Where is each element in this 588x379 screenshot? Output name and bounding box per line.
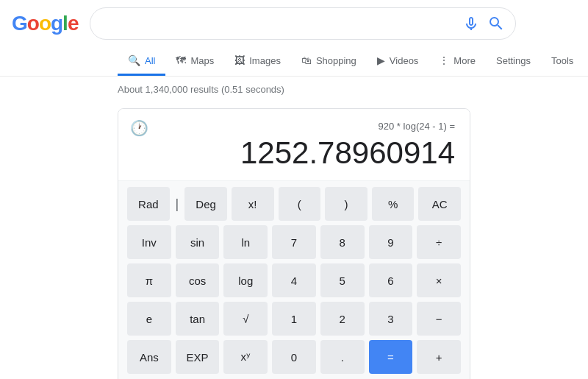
- cos-btn[interactable]: cos: [176, 263, 220, 297]
- factorial-btn[interactable]: x!: [232, 187, 274, 221]
- five-btn[interactable]: 5: [320, 263, 365, 297]
- more-icon: ⋮: [439, 54, 449, 66]
- exp-btn[interactable]: EXP: [176, 340, 220, 374]
- results-count: About 1,340,000 results (0.51 seconds): [118, 84, 284, 95]
- tab-maps[interactable]: 🗺 Maps: [165, 47, 224, 76]
- tab-more-label: More: [453, 55, 476, 66]
- close-paren-btn[interactable]: ): [325, 187, 368, 221]
- calc-display: 🕐 920 * log(24 - 1) = 1252.78960914: [118, 109, 470, 181]
- calc-buttons: Rad|Degx!()%ACInvsinln789÷πcoslog456×eta…: [118, 181, 470, 379]
- power-btn[interactable]: xʸ: [223, 340, 268, 374]
- clear-btn[interactable]: AC: [418, 187, 461, 221]
- mic-icon[interactable]: [462, 15, 480, 32]
- tab-all-label: All: [145, 55, 155, 66]
- tab-settings[interactable]: Settings: [486, 48, 541, 76]
- pi-btn[interactable]: π: [127, 263, 171, 297]
- three-btn[interactable]: 3: [369, 302, 413, 336]
- open-paren-btn[interactable]: (: [279, 187, 321, 221]
- tab-tools[interactable]: Tools: [541, 48, 584, 76]
- decimal-btn[interactable]: .: [320, 340, 365, 374]
- percent-btn[interactable]: %: [372, 187, 415, 221]
- sqrt-btn[interactable]: √: [223, 302, 268, 336]
- calc-result: 1252.78960914: [133, 135, 455, 171]
- videos-icon: ▶: [377, 54, 385, 66]
- all-icon: 🔍: [128, 54, 140, 66]
- tab-images[interactable]: 🖼 Images: [224, 47, 291, 76]
- tan-btn[interactable]: tan: [176, 302, 220, 336]
- tab-shopping-label: Shopping: [316, 55, 356, 66]
- calc-row-4: AnsEXPxʸ0.=+: [127, 340, 461, 374]
- tab-shopping[interactable]: 🛍 Shopping: [291, 47, 367, 76]
- plus-btn[interactable]: +: [417, 340, 461, 374]
- results-info: About 1,340,000 results (0.51 seconds): [0, 77, 588, 102]
- calculator: 🕐 920 * log(24 - 1) = 1252.78960914 Rad|…: [118, 108, 470, 379]
- tab-videos[interactable]: ▶ Videos: [367, 47, 429, 76]
- nav-tabs: 🔍 All 🗺 Maps 🖼 Images 🛍 Shopping ▶ Video…: [0, 47, 588, 77]
- tab-more[interactable]: ⋮ More: [429, 47, 486, 76]
- mode-separator: |: [174, 187, 181, 221]
- seven-btn[interactable]: 7: [272, 225, 316, 259]
- minus-btn[interactable]: −: [417, 302, 461, 336]
- google-logo[interactable]: Google: [12, 12, 78, 35]
- maps-icon: 🗺: [176, 54, 186, 66]
- tab-all[interactable]: 🔍 All: [118, 47, 165, 76]
- deg-btn[interactable]: Deg: [184, 187, 227, 221]
- history-icon[interactable]: 🕐: [130, 119, 148, 137]
- log-btn[interactable]: log: [223, 263, 268, 297]
- multiply-btn[interactable]: ×: [417, 263, 461, 297]
- calc-row-2: πcoslog456×: [127, 263, 461, 297]
- rad-btn[interactable]: Rad: [127, 187, 170, 221]
- shopping-icon: 🛍: [301, 54, 312, 66]
- ans-btn[interactable]: Ans: [127, 340, 171, 374]
- two-btn[interactable]: 2: [320, 302, 365, 336]
- nine-btn[interactable]: 9: [369, 225, 413, 259]
- tab-images-label: Images: [249, 55, 281, 66]
- four-btn[interactable]: 4: [272, 263, 316, 297]
- tab-videos-label: Videos: [390, 55, 419, 66]
- six-btn[interactable]: 6: [369, 263, 413, 297]
- search-input[interactable]: 920*log(24-1): [101, 17, 462, 30]
- euler-btn[interactable]: e: [127, 302, 171, 336]
- images-icon: 🖼: [234, 54, 245, 66]
- zero-btn[interactable]: 0: [272, 340, 316, 374]
- one-btn[interactable]: 1: [272, 302, 316, 336]
- search-bar: 920*log(24-1): [90, 7, 516, 40]
- tab-settings-label: Settings: [496, 55, 531, 66]
- equals-btn[interactable]: =: [369, 340, 413, 374]
- calc-row-1: Invsinln789÷: [127, 225, 461, 259]
- calc-expression: 920 * log(24 - 1) =: [133, 121, 455, 135]
- sin-btn[interactable]: sin: [176, 225, 220, 259]
- search-icons: [462, 15, 505, 32]
- nav-settings: Settings Tools: [486, 48, 584, 76]
- tab-tools-label: Tools: [551, 55, 573, 66]
- inv-btn[interactable]: Inv: [127, 225, 171, 259]
- calc-row-0: Rad|Degx!()%AC: [127, 187, 461, 221]
- eight-btn[interactable]: 8: [320, 225, 365, 259]
- divide-btn[interactable]: ÷: [417, 225, 461, 259]
- header: Google 920*log(24-1): [0, 0, 588, 47]
- search-submit-icon[interactable]: [487, 15, 505, 32]
- ln-btn[interactable]: ln: [223, 225, 268, 259]
- tab-maps-label: Maps: [190, 55, 214, 66]
- calc-row-3: etan√123−: [127, 302, 461, 336]
